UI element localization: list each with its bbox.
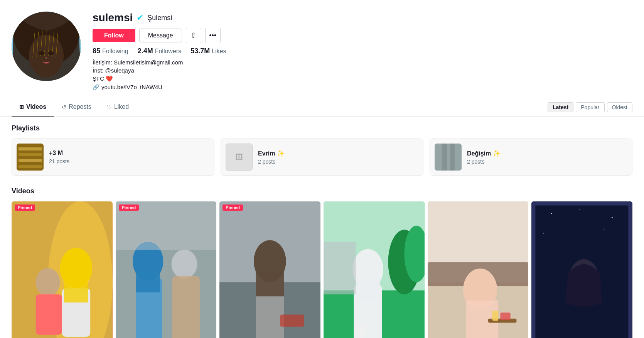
profile-section: sulemsi ✔ Şulemsi Follow Message ⇧ ••• 8…: [0, 0, 644, 98]
playlist-name-1: +3 M: [49, 150, 69, 157]
svg-rect-28: [64, 278, 88, 303]
svg-point-12: [48, 51, 54, 55]
followers-count: 2.4M: [138, 47, 153, 55]
share-button[interactable]: ⇧: [186, 28, 201, 43]
playlist-card-2[interactable]: 🖼 Evrim ✨ 2 posts: [221, 139, 423, 176]
svg-rect-14: [19, 147, 42, 150]
playlist-card-3[interactable]: Değişim ✨ 2 posts: [430, 139, 632, 176]
playlist-card[interactable]: +3 M 21 posts: [12, 139, 214, 176]
svg-point-70: [612, 217, 613, 218]
playlist-thumb-2: 🖼: [226, 144, 253, 171]
playlist-name-3: Değişim ✨: [467, 150, 501, 157]
liked-tab-icon: ♡: [107, 104, 112, 110]
svg-rect-15: [19, 153, 42, 156]
message-button[interactable]: Message: [139, 29, 182, 42]
avatar-container: [12, 12, 81, 81]
followers-stat[interactable]: 2.4M Followers: [138, 47, 182, 55]
link-text: youtu.be/lV7o_tNAW4U: [101, 84, 162, 90]
video-card-3[interactable]: Pinned ▷ 13.4M: [219, 201, 320, 338]
playlist-info-2: Evrim ✨ 2 posts: [258, 150, 285, 165]
liked-tab-label: Liked: [114, 103, 129, 110]
playlist-posts-2: 2 posts: [258, 159, 285, 165]
tab-reposts[interactable]: ↺ Reposts: [54, 98, 99, 117]
content-area: Playlists +3 M 21 posts 🖼: [0, 117, 644, 338]
videos-title: Videos: [12, 187, 632, 195]
video-card-2[interactable]: Pinned ▷ 21.5M: [116, 201, 217, 338]
bio-line-2: İnst: @suleqaya: [93, 67, 226, 74]
sort-popular-button[interactable]: Popular: [576, 102, 604, 112]
videos-tab-icon: ⊞: [19, 104, 24, 110]
display-name: Şulemsi: [147, 14, 172, 22]
playlist-thumb-1: [17, 144, 44, 171]
tab-videos[interactable]: ⊞ Videos: [12, 98, 54, 117]
reposts-tab-label: Reposts: [69, 103, 91, 110]
share-icon: ⇧: [191, 31, 196, 40]
sort-buttons: Latest Popular Oldest: [548, 102, 632, 112]
video-card-1[interactable]: Pinned ▷ 17.6M: [12, 201, 113, 338]
svg-rect-55: [324, 242, 356, 294]
username-row: sulemsi ✔ Şulemsi: [93, 12, 226, 24]
following-stat[interactable]: 85 Following: [93, 47, 128, 55]
svg-rect-20: [450, 144, 455, 171]
action-buttons: Follow Message ⇧ •••: [93, 28, 226, 43]
playlist-posts-3: 2 posts: [467, 159, 501, 165]
bio-link[interactable]: 🔗 youtu.be/lV7o_tNAW4U: [93, 84, 226, 90]
tabs-section: ⊞ Videos ↺ Reposts ♡ Liked Latest Popula…: [0, 98, 644, 117]
username: sulemsi: [93, 12, 133, 24]
sort-oldest-button[interactable]: Oldest: [607, 102, 632, 112]
svg-rect-18: [435, 144, 462, 171]
link-icon: 🔗: [93, 84, 99, 90]
svg-point-54: [354, 323, 366, 338]
heart-icon: ❤️: [106, 75, 113, 82]
tab-liked[interactable]: ♡ Liked: [99, 98, 137, 117]
video-card-5[interactable]: ▷ 1.3M: [428, 201, 529, 338]
reposts-tab-icon: ↺: [62, 104, 66, 110]
pinned-badge-1: Pinned: [15, 204, 35, 211]
video-card-4[interactable]: ▷ 75.4K: [324, 201, 425, 338]
svg-rect-33: [172, 276, 199, 338]
playlist-posts-1: 21 posts: [49, 158, 69, 164]
svg-point-68: [551, 213, 552, 214]
following-label: Following: [102, 48, 128, 55]
bio-section: İletişim: Sulemsiletisim@gmail.com İnst:…: [93, 59, 226, 90]
svg-rect-35: [136, 272, 160, 292]
svg-rect-17: [19, 165, 42, 168]
bio-line-3: ŞFC ❤️: [93, 75, 226, 82]
following-count: 85: [93, 47, 100, 55]
svg-rect-16: [19, 159, 42, 162]
stats-row: 85 Following 2.4M Followers 53.7M Likes: [93, 47, 226, 55]
videos-tab-label: Videos: [26, 103, 46, 110]
bio-line-1: İletişim: Sulemsiletisim@gmail.com: [93, 59, 226, 66]
pinned-badge-2: Pinned: [119, 204, 139, 211]
playlists-title: Playlists: [12, 124, 632, 132]
video-card-6[interactable]: ▷ 450.4K: [531, 201, 632, 338]
svg-rect-43: [256, 272, 284, 296]
sort-latest-button[interactable]: Latest: [548, 102, 573, 112]
more-icon: •••: [209, 32, 216, 40]
playlist-name-2: Evrim ✨: [258, 150, 285, 157]
follow-button[interactable]: Follow: [93, 29, 135, 42]
videos-grid: Pinned ▷ 17.6M Pinned: [12, 201, 632, 338]
more-button[interactable]: •••: [205, 28, 221, 43]
svg-rect-65: [500, 313, 510, 320]
svg-point-72: [604, 229, 605, 230]
svg-point-11: [39, 51, 45, 55]
svg-point-32: [171, 250, 197, 279]
likes-count: 53.7M: [191, 47, 210, 55]
svg-point-69: [580, 209, 580, 210]
svg-rect-26: [36, 294, 62, 335]
playlist-thumb-3: [435, 144, 462, 171]
verified-icon: ✔: [137, 13, 143, 23]
playlists-grid: +3 M 21 posts 🖼 Evrim ✨ 2 posts: [12, 139, 632, 176]
svg-rect-44: [280, 314, 304, 326]
svg-point-71: [543, 233, 544, 234]
likes-stat[interactable]: 53.7M Likes: [191, 47, 226, 55]
profile-info: sulemsi ✔ Şulemsi Follow Message ⇧ ••• 8…: [93, 12, 226, 90]
playlist-info-3: Değişim ✨ 2 posts: [467, 150, 501, 165]
likes-label: Likes: [212, 48, 226, 55]
svg-rect-64: [492, 311, 498, 321]
avatar: [12, 12, 81, 81]
svg-point-25: [36, 268, 60, 296]
avatar-image: [12, 12, 81, 81]
playlist-info-1: +3 M 21 posts: [49, 150, 69, 164]
